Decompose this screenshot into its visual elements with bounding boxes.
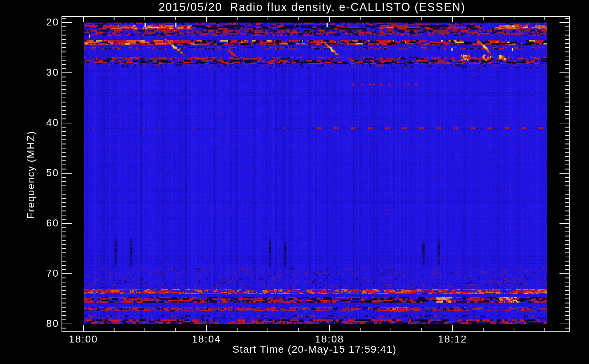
chart-title: 2015/05/20 Radio flux density, e-CALLIST…	[17, 1, 589, 14]
y-tick-label: 60	[15, 217, 59, 229]
x-axis-label: Start Time (20-May-15 17:59:41)	[20, 344, 589, 355]
y-tick-label: 70	[15, 268, 59, 279]
y-tick-label: 50	[15, 167, 59, 179]
x-tick-label: 18:08	[300, 333, 359, 345]
x-tick-label: 18:00	[54, 333, 112, 345]
spectrogram-window: 2015/05/20 Radio flux density, e-CALLIST…	[0, 0, 589, 364]
x-tick-label: 18:12	[423, 333, 482, 345]
y-tick-label: 40	[15, 117, 59, 128]
x-tick-label: 18:04	[177, 333, 236, 345]
y-tick-label: 30	[15, 67, 59, 78]
y-tick-label: 80	[15, 318, 59, 329]
y-tick-label: 20	[15, 16, 59, 28]
spectrogram-canvas	[0, 0, 589, 364]
